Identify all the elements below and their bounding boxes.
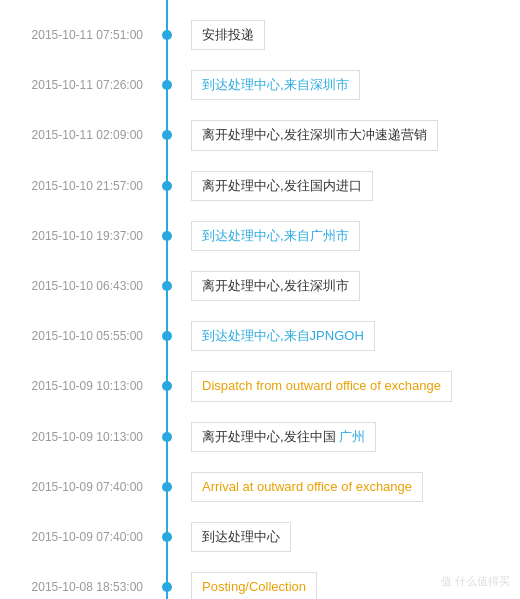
timeline-dot: [162, 181, 172, 191]
timeline-date: 2015-10-11 02:09:00: [0, 128, 155, 142]
timeline-date: 2015-10-08 18:53:00: [0, 580, 155, 594]
timeline-dot: [162, 281, 172, 291]
timeline-date: 2015-10-10 05:55:00: [0, 329, 155, 343]
timeline-dot: [162, 30, 172, 40]
timeline-item: 2015-10-09 10:13:00Dispatch from outward…: [0, 361, 520, 411]
timeline-content: 离开处理中心,发往中国 广州: [179, 422, 520, 452]
timeline-item: 2015-10-09 10:13:00离开处理中心,发往中国 广州: [0, 412, 520, 462]
timeline-date: 2015-10-09 07:40:00: [0, 530, 155, 544]
timeline-content: Arrival at outward office of exchange: [179, 472, 520, 502]
timeline-content: 到达处理中心,来自广州市: [179, 221, 520, 251]
timeline-box: 安排投递: [191, 20, 265, 50]
timeline-date: 2015-10-09 10:13:00: [0, 430, 155, 444]
timeline-item: 2015-10-10 06:43:00离开处理中心,发往深圳市: [0, 261, 520, 311]
timeline-date: 2015-10-09 07:40:00: [0, 480, 155, 494]
timeline-dot-area: [155, 181, 179, 191]
timeline-item: 2015-10-11 07:51:00安排投递: [0, 10, 520, 60]
watermark: 值 什么值得买: [441, 574, 510, 589]
timeline-date: 2015-10-10 19:37:00: [0, 229, 155, 243]
timeline-dot: [162, 80, 172, 90]
timeline-item: 2015-10-11 02:09:00离开处理中心,发往深圳市大冲速递营销: [0, 110, 520, 160]
timeline-dot: [162, 231, 172, 241]
timeline-content: 到达处理中心,来自JPNGOH: [179, 321, 520, 351]
timeline-box: Arrival at outward office of exchange: [191, 472, 423, 502]
timeline-date: 2015-10-11 07:51:00: [0, 28, 155, 42]
timeline-dot: [162, 482, 172, 492]
timeline-item: 2015-10-10 19:37:00到达处理中心,来自广州市: [0, 211, 520, 261]
timeline-dot-area: [155, 281, 179, 291]
timeline-box: 离开处理中心,发往深圳市: [191, 271, 360, 301]
timeline-dot: [162, 532, 172, 542]
timeline-date: 2015-10-09 10:13:00: [0, 379, 155, 393]
timeline-content: 到达处理中心: [179, 522, 520, 552]
timeline-dot-area: [155, 482, 179, 492]
timeline-box: 离开处理中心,发往深圳市大冲速递营销: [191, 120, 438, 150]
timeline-box: 到达处理中心,来自深圳市: [191, 70, 360, 100]
timeline-box: 离开处理中心,发往中国 广州: [191, 422, 376, 452]
timeline-item: 2015-10-10 21:57:00离开处理中心,发往国内进口: [0, 161, 520, 211]
timeline-box: 离开处理中心,发往国内进口: [191, 171, 373, 201]
timeline-content: 离开处理中心,发往深圳市: [179, 271, 520, 301]
timeline-dot: [162, 381, 172, 391]
timeline-dot-area: [155, 331, 179, 341]
timeline-dot-area: [155, 381, 179, 391]
timeline-item: 2015-10-09 07:40:00到达处理中心: [0, 512, 520, 562]
timeline-content: 离开处理中心,发往深圳市大冲速递营销: [179, 120, 520, 150]
timeline-date: 2015-10-11 07:26:00: [0, 78, 155, 92]
timeline-box: Dispatch from outward office of exchange: [191, 371, 452, 401]
timeline-content: 离开处理中心,发往国内进口: [179, 171, 520, 201]
timeline-dot-area: [155, 532, 179, 542]
timeline-dot-area: [155, 80, 179, 90]
timeline-box: 到达处理中心,来自广州市: [191, 221, 360, 251]
timeline-content: Dispatch from outward office of exchange: [179, 371, 520, 401]
timeline-dot-area: [155, 432, 179, 442]
timeline-dot: [162, 331, 172, 341]
timeline-dot: [162, 582, 172, 592]
timeline-item: 2015-10-10 05:55:00到达处理中心,来自JPNGOH: [0, 311, 520, 361]
timeline-wrapper: 2015-10-11 07:51:00安排投递2015-10-11 07:26:…: [0, 0, 520, 599]
timeline-dot-area: [155, 582, 179, 592]
timeline-dot: [162, 432, 172, 442]
timeline-box: 到达处理中心,来自JPNGOH: [191, 321, 375, 351]
timeline-item: 2015-10-11 07:26:00到达处理中心,来自深圳市: [0, 60, 520, 110]
timeline-dot-area: [155, 130, 179, 140]
timeline-content: 到达处理中心,来自深圳市: [179, 70, 520, 100]
timeline-dot: [162, 130, 172, 140]
timeline-dot-area: [155, 30, 179, 40]
timeline-box: 到达处理中心: [191, 522, 291, 552]
timeline-container: 2015-10-11 07:51:00安排投递2015-10-11 07:26:…: [0, 0, 520, 599]
timeline-date: 2015-10-10 21:57:00: [0, 179, 155, 193]
timeline-item: 2015-10-09 07:40:00Arrival at outward of…: [0, 462, 520, 512]
timeline-box: Posting/Collection: [191, 572, 317, 599]
timeline-date: 2015-10-10 06:43:00: [0, 279, 155, 293]
timeline-content: 安排投递: [179, 20, 520, 50]
timeline-dot-area: [155, 231, 179, 241]
